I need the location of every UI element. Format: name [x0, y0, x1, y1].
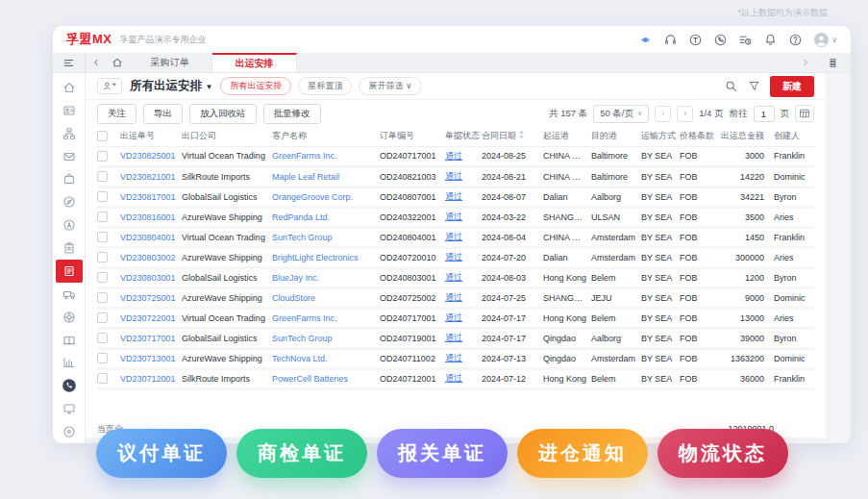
shipment-id-cell[interactable]: VD230825001: [120, 146, 182, 166]
shipment-id-cell[interactable]: VD230717001: [120, 328, 182, 348]
ticket-icon[interactable]: [688, 33, 703, 47]
toolbar-button[interactable]: 放入回收站: [189, 104, 257, 124]
filter-pill[interactable]: 星标置顶: [298, 77, 352, 95]
quick-action-button[interactable]: 物流状态: [657, 429, 788, 478]
customer-cell[interactable]: PowerCell Batteries: [272, 368, 380, 388]
shipment-id-cell[interactable]: VD230803002: [120, 247, 182, 267]
status-cell[interactable]: 通过: [445, 207, 482, 227]
customer-cell[interactable]: Maple Leaf Retail: [272, 166, 380, 187]
sidebar-item-shipping-doc[interactable]: [56, 260, 83, 283]
sidebar-item-compass[interactable]: [58, 190, 81, 213]
sidebar-item-truck[interactable]: [58, 283, 81, 306]
sidebar-item-mail[interactable]: [58, 145, 81, 168]
visibility-icon[interactable]: [638, 33, 653, 47]
history-icon[interactable]: [738, 33, 753, 47]
customer-cell[interactable]: BrightLight Electronics: [272, 247, 380, 267]
status-cell[interactable]: 通过: [445, 227, 482, 247]
row-checkbox[interactable]: [97, 353, 108, 363]
phone-icon[interactable]: [713, 33, 728, 47]
sidebar-item-contacts[interactable]: [58, 99, 81, 122]
sidebar-item-target[interactable]: [58, 420, 81, 443]
status-cell[interactable]: 通过: [445, 348, 482, 368]
status-cell[interactable]: 通过: [445, 287, 482, 308]
status-link[interactable]: 通过: [445, 252, 462, 262]
status-link[interactable]: 通过: [445, 151, 462, 161]
sidebar-item-circle-a[interactable]: [58, 213, 81, 237]
row-checkbox[interactable]: [97, 333, 108, 343]
sidebar-item-whatsapp[interactable]: [58, 374, 81, 397]
tab-home-icon[interactable]: [107, 53, 128, 72]
toolbar-button[interactable]: 关注: [97, 104, 136, 124]
search-icon[interactable]: [725, 80, 738, 93]
filter-pill[interactable]: 展开筛选 ∨: [359, 77, 421, 95]
new-record-button[interactable]: 新建: [770, 76, 814, 97]
status-link[interactable]: 通过: [445, 212, 462, 221]
quick-action-button[interactable]: 商检单证: [236, 429, 367, 478]
sort-icon[interactable]: [518, 130, 525, 141]
shipment-id-cell[interactable]: VD230804001: [120, 227, 182, 247]
status-cell[interactable]: 通过: [445, 267, 482, 287]
prev-page-button[interactable]: ‹: [655, 106, 671, 122]
tab-1[interactable]: 采购订单: [128, 53, 212, 72]
row-checkbox[interactable]: [97, 373, 108, 384]
headset-icon[interactable]: [663, 33, 678, 47]
sidebar-item-lifebuoy[interactable]: [58, 306, 81, 329]
sidebar-item-clipboard[interactable]: [58, 237, 81, 260]
shipment-id-cell[interactable]: VD230712001: [120, 368, 182, 388]
sidebar-item-home[interactable]: [58, 76, 81, 99]
status-link[interactable]: 通过: [445, 333, 462, 342]
tab-2[interactable]: 出运安排: [212, 53, 297, 72]
status-cell[interactable]: 通过: [445, 146, 482, 166]
view-title[interactable]: 所有出运安排 ▼: [130, 78, 212, 94]
sidebar-item-chart[interactable]: [58, 352, 81, 375]
select-all-checkbox[interactable]: [97, 131, 108, 141]
filter-pill[interactable]: 所有出运安排: [220, 77, 291, 95]
customer-cell[interactable]: CloudStore: [272, 287, 380, 308]
customer-cell[interactable]: GreenFarms Inc.: [272, 146, 380, 166]
row-checkbox[interactable]: [97, 212, 108, 222]
quick-action-button[interactable]: 议付单证: [96, 429, 227, 478]
status-cell[interactable]: 通过: [445, 368, 482, 388]
shipment-id-cell[interactable]: VD230821001: [120, 166, 182, 187]
status-cell[interactable]: 通过: [445, 247, 482, 267]
customer-cell[interactable]: TechNova Ltd.: [272, 348, 380, 368]
status-link[interactable]: 通过: [445, 191, 462, 201]
sidebar-item-bag[interactable]: [58, 168, 81, 191]
customer-cell[interactable]: SunTech Group: [272, 227, 380, 247]
view-share-icon[interactable]: [97, 78, 122, 94]
tab-forward-icon[interactable]: [795, 58, 816, 67]
sidebar-item-book[interactable]: [58, 329, 81, 352]
customer-cell[interactable]: OrangeGroove Corp.: [272, 187, 380, 207]
column-settings-icon[interactable]: [795, 105, 814, 122]
row-checkbox[interactable]: [97, 252, 108, 262]
customer-cell[interactable]: BlueJay Inc.: [272, 267, 380, 287]
filter-funnel-icon[interactable]: [748, 80, 760, 92]
status-cell[interactable]: 通过: [445, 308, 482, 328]
shipment-id-cell[interactable]: VD230803001: [120, 267, 182, 287]
status-cell[interactable]: 通过: [445, 166, 482, 187]
avatar-icon[interactable]: ∨: [813, 32, 837, 48]
sidebar-item-monitor[interactable]: [58, 397, 81, 420]
status-cell[interactable]: 通过: [445, 328, 482, 348]
next-page-button[interactable]: ›: [677, 106, 693, 122]
tab-back-icon[interactable]: [86, 53, 107, 72]
quick-action-button[interactable]: 进仓通知: [517, 429, 648, 478]
shipment-id-cell[interactable]: VD230817001: [120, 187, 182, 207]
customer-cell[interactable]: SunTech Group: [272, 328, 380, 348]
status-link[interactable]: 通过: [445, 373, 462, 383]
bell-icon[interactable]: [763, 33, 778, 47]
row-checkbox[interactable]: [97, 232, 108, 242]
row-checkbox[interactable]: [97, 191, 108, 202]
status-link[interactable]: 通过: [445, 292, 462, 302]
shipment-id-cell[interactable]: VD230816001: [120, 207, 182, 227]
help-icon[interactable]: [788, 33, 803, 47]
page-size-select[interactable]: 50 条/页∨: [593, 105, 649, 123]
row-checkbox[interactable]: [97, 151, 108, 162]
status-link[interactable]: 通过: [445, 272, 462, 282]
toolbar-button[interactable]: 导出: [143, 104, 183, 124]
shipment-id-cell[interactable]: VD230713001: [120, 348, 182, 368]
status-link[interactable]: 通过: [445, 171, 462, 181]
tab-more-icon[interactable]: [822, 58, 843, 68]
toolbar-button[interactable]: 批量修改: [263, 104, 321, 124]
row-checkbox[interactable]: [97, 171, 108, 182]
